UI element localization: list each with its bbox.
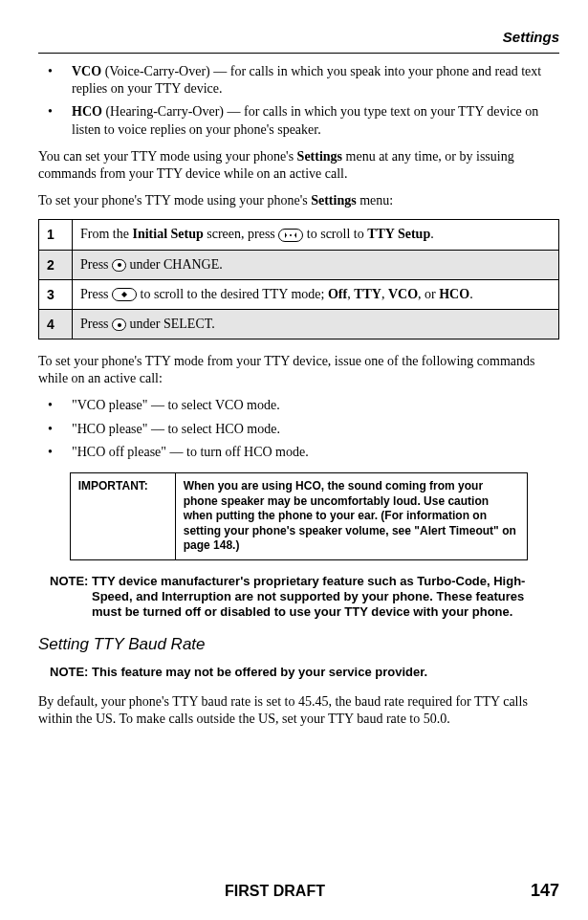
bullet-hco: HCO (Hearing-Carry-Over) — for calls in …: [48, 103, 559, 138]
svg-point-3: [118, 263, 121, 267]
step-number: 1: [39, 220, 73, 250]
step-row: 4Press under SELECT.: [39, 309, 559, 339]
step-text: Press under SELECT.: [73, 309, 559, 339]
para-baud: By default, your phone's TTY baud rate i…: [38, 693, 559, 728]
hco-text: (Hearing-Carry-Over) — for calls in whic…: [72, 104, 538, 136]
feature-bullets: VCO (Voice-Carry-Over) — for calls in wh…: [38, 63, 559, 139]
vco-abbr: VCO: [72, 64, 101, 78]
para-set-mode-2: To set your phone's TTY mode using your …: [38, 192, 559, 209]
step-text: Press to scroll to the desired TTY mode;…: [73, 279, 559, 309]
bullet-cmd-hco-off: "HCO off please" — to turn off HCO mode.: [48, 444, 559, 461]
softkey-icon: [112, 318, 126, 331]
footer: FIRST DRAFT 147: [0, 881, 559, 901]
bullet-cmd-hco: "HCO please" — to select HCO mode.: [48, 421, 559, 438]
footer-page-number: 147: [512, 881, 559, 901]
steps-table: 1From the Initial Setup screen, press to…: [38, 219, 559, 340]
important-label: IMPORTANT:: [70, 473, 175, 560]
svg-marker-0: [285, 232, 287, 238]
svg-point-2: [290, 234, 292, 236]
command-bullets: "VCO please" — to select VCO mode. "HCO …: [38, 397, 559, 461]
important-text: When you are using HCO, the sound coming…: [175, 473, 528, 560]
svg-marker-1: [294, 232, 296, 238]
note-provider: NOTE: This feature may not be offered by…: [46, 665, 555, 680]
svg-marker-4: [121, 292, 127, 295]
step-row: 2Press under CHANGE.: [39, 250, 559, 279]
step-number: 3: [39, 279, 73, 309]
body-content: VCO (Voice-Carry-Over) — for calls in wh…: [38, 63, 559, 728]
footer-center: FIRST DRAFT: [38, 883, 512, 900]
note-manufacturer: NOTE: TTY device manufacturer's propriet…: [46, 574, 555, 621]
section-header: Settings: [38, 29, 559, 45]
important-box: IMPORTANT: When you are using HCO, the s…: [70, 472, 529, 560]
step-row: 3Press to scroll to the desired TTY mode…: [39, 279, 559, 309]
step-number: 4: [39, 309, 73, 339]
step-text: From the Initial Setup screen, press to …: [73, 220, 559, 250]
softkey-icon: [112, 259, 126, 272]
para-set-mode-1: You can set your TTY mode using your pho…: [38, 148, 559, 183]
bullet-vco: VCO (Voice-Carry-Over) — for calls in wh…: [48, 63, 559, 98]
header-rule: [38, 53, 559, 54]
svg-marker-5: [121, 295, 127, 297]
vco-text: (Voice-Carry-Over) — for calls in which …: [72, 64, 541, 96]
hco-abbr: HCO: [72, 104, 102, 119]
nav-scroll-icon: [278, 229, 303, 242]
subheading-baud: Setting TTY Baud Rate: [38, 634, 559, 655]
step-text: Press under CHANGE.: [73, 250, 559, 279]
step-number: 2: [39, 250, 73, 279]
para-set-from-device: To set your phone's TTY mode from your T…: [38, 353, 559, 387]
svg-point-6: [118, 323, 121, 327]
nav-updown-icon: [112, 288, 137, 301]
step-row: 1From the Initial Setup screen, press to…: [39, 220, 559, 250]
bullet-cmd-vco: "VCO please" — to select VCO mode.: [48, 397, 559, 414]
